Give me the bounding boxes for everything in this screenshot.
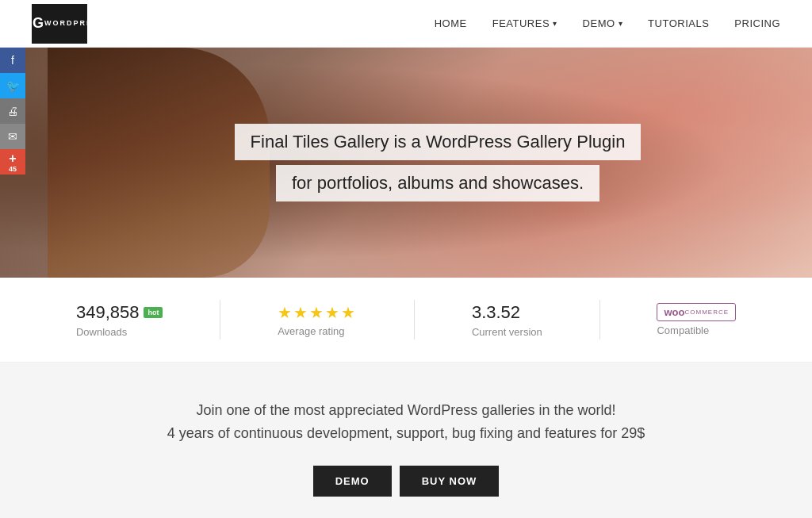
promo-buttons: DEMO BUY NOW (32, 466, 780, 497)
rating-stat: ★★★★★ Average rating (278, 303, 357, 337)
buy-now-button[interactable]: BUY NOW (400, 466, 500, 497)
plus-count: 45 (9, 166, 17, 173)
email-share-button[interactable]: ✉ (0, 124, 25, 149)
hero-line1: Final Tiles Gallery is a WordPress Galle… (235, 124, 642, 160)
downloads-stat: 349,858 hot Downloads (76, 302, 163, 338)
downloads-number: 349,858 (76, 302, 140, 323)
main-nav: HOME FEATURES DEMO TUTORIALS PRICING (435, 17, 780, 29)
rating-stars: ★★★★★ (278, 303, 357, 322)
email-icon: ✉ (8, 130, 17, 143)
site-logo[interactable]: FTG WORDPRESS (32, 4, 87, 44)
stat-divider-3 (599, 300, 600, 340)
stat-divider-2 (414, 300, 415, 340)
demo-button[interactable]: DEMO (313, 466, 392, 497)
downloads-label: Downloads (76, 326, 163, 338)
print-icon: 🖨 (7, 105, 18, 117)
twitter-share-button[interactable]: 🐦 (0, 73, 25, 98)
stats-bar: 349,858 hot Downloads ★★★★★ Average rati… (0, 278, 812, 363)
stat-divider-1 (220, 300, 220, 340)
version-stat: 3.3.52 Current version (472, 302, 542, 338)
twitter-icon: 🐦 (6, 79, 20, 92)
woo-stat: woo commerce Compatible (657, 303, 736, 336)
site-header: FTG WORDPRESS HOME FEATURES DEMO TUTORIA… (0, 0, 812, 48)
nav-features[interactable]: FEATURES (492, 17, 557, 29)
woo-text: commerce (684, 309, 729, 316)
downloads-value-container: 349,858 hot (76, 302, 163, 323)
facebook-icon: f (11, 54, 14, 67)
hero-text-container: Final Tiles Gallery is a WordPress Galle… (235, 124, 642, 201)
woo-compatible-label: Compatible (657, 324, 736, 336)
promo-line2: 4 years of continuous development, suppo… (32, 425, 780, 442)
plus-icon: + (9, 152, 16, 166)
nav-tutorials[interactable]: TUTORIALS (648, 17, 709, 29)
rating-label: Average rating (278, 325, 357, 337)
version-label: Current version (472, 326, 542, 338)
hot-badge: hot (144, 307, 163, 318)
promo-section: Join one of the most appreciated WordPre… (0, 363, 812, 518)
print-button[interactable]: 🖨 (0, 98, 25, 124)
google-plus-button[interactable]: + 45 (0, 149, 25, 175)
hero-section: Final Tiles Gallery is a WordPress Galle… (0, 48, 812, 278)
facebook-share-button[interactable]: f (0, 48, 25, 73)
nav-home[interactable]: HOME (435, 17, 467, 29)
woo-icon: woo (664, 306, 684, 318)
hero-line2: for portfolios, albums and showcases. (276, 165, 599, 201)
social-sidebar: f 🐦 🖨 ✉ + 45 (0, 48, 25, 175)
promo-line1: Join one of the most appreciated WordPre… (32, 402, 780, 419)
nav-pricing[interactable]: PRICING (734, 17, 780, 29)
nav-demo[interactable]: DEMO (583, 17, 623, 29)
version-number: 3.3.52 (472, 302, 542, 323)
woocommerce-badge: woo commerce (657, 303, 736, 321)
